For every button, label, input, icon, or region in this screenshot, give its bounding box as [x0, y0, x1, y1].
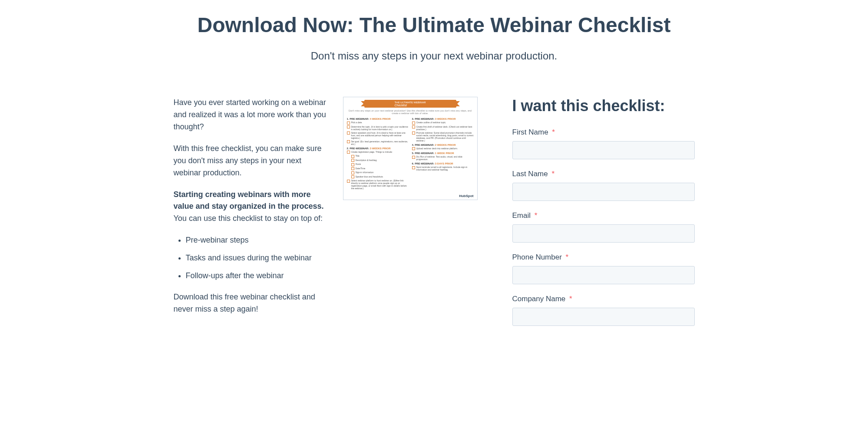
field-label: Email * [512, 211, 695, 220]
checkbox-icon [351, 163, 354, 166]
form-field: Company Name * [512, 295, 695, 326]
checkbox-icon [347, 140, 350, 143]
thumb-item-text: Set goal. (Ex: lead generation, registra… [351, 140, 409, 145]
desc-closing: Download this free webinar checklist and… [174, 291, 330, 316]
checkbox-icon [412, 147, 415, 150]
thumb-item-text: Promote webinar. Some ideal promotion ch… [416, 131, 474, 142]
thumbnail-subtitle: Don't miss any steps on your next webina… [347, 109, 474, 115]
field-label: Company Name * [512, 295, 695, 303]
thumb-check-item: Pick a date. [347, 121, 409, 125]
thumb-item-text: Dry Run of webinar. Test audio, visual, … [416, 155, 474, 161]
hubspot-logo: HubSpot [459, 194, 473, 198]
desc-bullet: Follow-ups after the webinar [186, 270, 330, 282]
desc-strong: Starting creating webinars with more val… [174, 190, 324, 211]
thumb-item-text: Description & hashtag [356, 159, 377, 162]
required-mark: * [551, 170, 554, 178]
thumb-check-item: Select webinar platform to host webinar … [347, 179, 409, 190]
thumb-section-heading: 3. PRE-WEBINAR: 3 WEEKS PRIOR [412, 118, 474, 120]
thumb-check-item: Title [351, 154, 409, 158]
field-label: Phone Number * [512, 253, 695, 262]
checkbox-icon [412, 156, 415, 159]
phone-number-input[interactable] [512, 266, 695, 284]
desc-paragraph: Have you ever started working on a webin… [174, 97, 330, 133]
thumb-item-text: Create registration page. Things to incl… [351, 151, 393, 154]
checkbox-icon [347, 122, 350, 125]
thumb-check-item: Select speakers and host. (It is ideal t… [347, 131, 409, 139]
field-label: Last Name * [512, 170, 695, 178]
first-name-input[interactable] [512, 141, 695, 159]
thumb-check-item: Speaker bios and headshots [351, 175, 409, 179]
desc-rest: You can use this checklist to stay on to… [174, 214, 323, 223]
form-field: Email * [512, 211, 695, 243]
required-mark: * [535, 211, 538, 220]
thumb-check-item: Upload webinar deck into webinar platfor… [412, 147, 474, 151]
thumb-check-item: Hosts [351, 163, 409, 166]
checkbox-icon [351, 175, 354, 178]
required-mark: * [569, 295, 572, 303]
thumb-section-heading: 6. PRE-WEBINAR: 3 DAYS PRIOR [412, 162, 474, 165]
thumb-item-text: Select webinar platform to host webinar … [351, 179, 409, 190]
ribbon-line2: Checklist [394, 104, 426, 107]
desc-bullet: Pre-webinar steps [186, 234, 330, 246]
thumbnail-left-col: 1. PRE-WEBINAR: 4 WEEKS PRIORPick a date… [347, 116, 409, 191]
hero: Download Now: The Ultimate Webinar Check… [174, 13, 695, 62]
form-field: Last Name * [512, 170, 695, 201]
thumb-section-heading: 1. PRE-WEBINAR: 4 WEEKS PRIOR [347, 118, 409, 120]
email-input[interactable] [512, 224, 695, 243]
thumb-item-text: Create outline of webinar topic. [416, 121, 446, 125]
thumb-check-item: Dry Run of webinar. Test audio, visual, … [412, 155, 474, 161]
thumb-item-text: Upload webinar deck into webinar platfor… [416, 147, 458, 151]
field-label: First Name * [512, 128, 695, 137]
checkbox-icon [351, 167, 354, 170]
page-subtitle: Don't miss any steps in your next webina… [174, 50, 695, 62]
checkbox-icon [347, 151, 350, 154]
last-name-input[interactable] [512, 183, 695, 201]
thumb-section-heading: 5. PRE-WEBINAR: 1 WEEK PRIOR [412, 152, 474, 154]
checkbox-icon [412, 131, 415, 135]
thumb-check-item: Promote webinar. Some ideal promotion ch… [412, 131, 474, 142]
desc-paragraph: With this free checklist, you can make s… [174, 143, 330, 179]
thumb-check-item: Sign-in information [351, 171, 409, 174]
thumb-check-item: Date/Time [351, 167, 409, 171]
thumb-check-item: Create first draft of webinar deck. (Che… [412, 125, 474, 131]
checkbox-icon [351, 155, 354, 158]
thumb-item-text: Title [356, 154, 360, 158]
thumb-check-item: Description & hashtag [351, 159, 409, 162]
thumb-item-text: Sign-in information [356, 171, 374, 174]
form-field: Phone Number * [512, 253, 695, 284]
desc-paragraph: Starting creating webinars with more val… [174, 189, 330, 225]
thumb-item-text: Create first draft of webinar deck. (Che… [416, 125, 474, 131]
thumb-section-heading: 4. PRE-WEBINAR: 2 WEEKS PRIOR [412, 144, 474, 146]
form-column: I want this checklist: First Name *Last … [495, 97, 695, 336]
thumb-item-text: Select speakers and host. (It is ideal t… [351, 131, 409, 139]
thumb-check-item: Send reminder email to all registrants. … [412, 166, 474, 171]
thumb-check-item: Set goal. (Ex: lead generation, registra… [347, 140, 409, 145]
checkbox-icon [412, 166, 415, 169]
checkbox-icon [351, 171, 354, 174]
thumb-check-item: Create registration page. Things to incl… [347, 151, 409, 154]
thumbnail-column: THE ULTIMATE WEBINAR Checklist Don't mis… [343, 97, 482, 200]
checkbox-icon [347, 180, 350, 183]
desc-bullet: Tasks and issues during the webinar [186, 252, 330, 264]
thumb-item-text: Date/Time [356, 167, 366, 171]
checkbox-icon [412, 125, 415, 128]
thumb-check-item: Determine the topic. (It is best to pick… [347, 125, 409, 131]
thumb-item-text: Hosts [356, 163, 361, 166]
required-mark: * [566, 253, 569, 261]
checklist-thumbnail: THE ULTIMATE WEBINAR Checklist Don't mis… [343, 97, 478, 200]
checkbox-icon [351, 159, 354, 162]
thumb-item-text: Send reminder email to all registrants. … [416, 166, 474, 171]
thumbnail-right-col: 3. PRE-WEBINAR: 3 WEEKS PRIORCreate outl… [412, 116, 474, 191]
company-name-input[interactable] [512, 308, 695, 326]
ribbon-line1: THE ULTIMATE WEBINAR [394, 101, 426, 104]
thumb-item-text: Determine the topic. (It is best to pick… [351, 125, 409, 131]
page-title: Download Now: The Ultimate Webinar Check… [174, 13, 695, 37]
thumb-item-text: Pick a date. [351, 121, 363, 125]
required-mark: * [552, 128, 555, 136]
lead-form: First Name *Last Name *Email *Phone Numb… [512, 128, 695, 326]
desc-bullets: Pre-webinar stepsTasks and issues during… [174, 234, 330, 282]
thumb-item-text: Speaker bios and headshots [356, 175, 383, 179]
checkbox-icon [347, 125, 350, 128]
thumb-check-item: Create outline of webinar topic. [412, 121, 474, 125]
checkbox-icon [412, 122, 415, 125]
